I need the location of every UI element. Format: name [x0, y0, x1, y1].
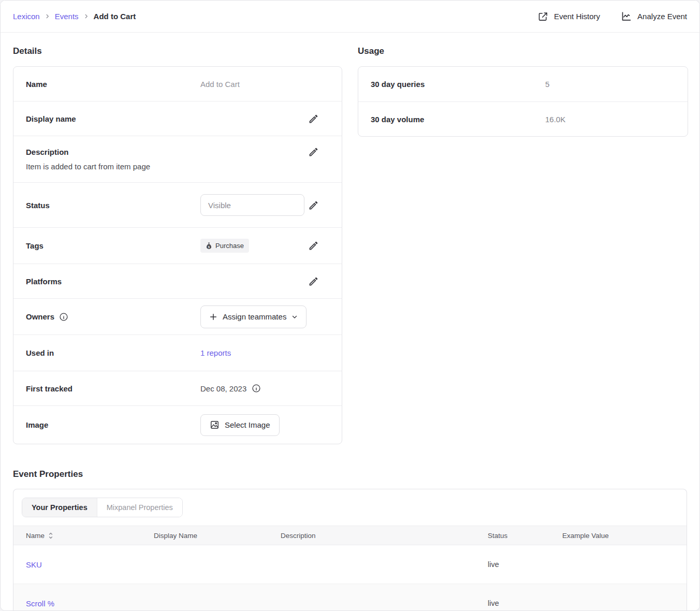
tab-mixpanel-properties[interactable]: Mixpanel Properties — [97, 498, 182, 517]
event-properties-section: Event Properties Your Properties Mixpane… — [13, 469, 687, 611]
header-display-name: Display Name — [154, 532, 281, 540]
assign-teammates-button[interactable]: Assign teammates — [200, 306, 307, 328]
event-properties-card: Your Properties Mixpanel Properties Name… — [13, 489, 687, 611]
header-status: Status — [488, 532, 562, 540]
detail-row-display-name: Display name — [13, 101, 342, 136]
properties-table-header: Name Display Name Description Status Exa… — [13, 526, 687, 545]
breadcrumb: Lexicon Events Add to Cart — [13, 12, 136, 21]
edit-icon[interactable] — [308, 147, 319, 157]
used-in-reports-link[interactable]: 1 reports — [200, 348, 231, 357]
detail-row-used-in: Used in 1 reports — [13, 334, 342, 371]
properties-tabs: Your Properties Mixpanel Properties — [22, 498, 183, 517]
detail-row-tags: Tags $ Purchase — [13, 227, 342, 264]
queries-value: 5 — [545, 80, 549, 89]
queries-label: 30 day queries — [371, 80, 545, 89]
chevron-right-icon — [45, 13, 50, 19]
name-label: Name — [26, 80, 200, 89]
money-bag-icon: $ — [206, 242, 212, 250]
usage-section: Usage 30 day queries 5 30 day volume 16.… — [358, 33, 688, 137]
tag-purchase[interactable]: $ Purchase — [200, 239, 249, 253]
owners-label: Owners — [26, 312, 54, 321]
image-icon — [210, 420, 220, 430]
header-description: Description — [281, 532, 488, 540]
usage-card: 30 day queries 5 30 day volume 16.0K — [358, 66, 688, 137]
description-label: Description — [26, 148, 200, 156]
details-section: Details Name Add to Cart Display name — [13, 33, 342, 444]
detail-row-image: Image Select Image — [13, 405, 342, 444]
scroll-status: live — [488, 599, 562, 607]
event-history-button[interactable]: Event History — [538, 11, 600, 22]
assign-teammates-label: Assign teammates — [223, 312, 286, 321]
sku-status: live — [488, 560, 562, 569]
detail-row-description: Description Item is added to cart from i… — [13, 136, 342, 182]
used-in-label: Used in — [26, 348, 200, 357]
detail-row-name: Name Add to Cart — [13, 67, 342, 101]
breadcrumb-current-event: Add to Cart — [94, 12, 136, 21]
sort-icon[interactable] — [48, 532, 53, 539]
first-tracked-label: First tracked — [26, 384, 200, 393]
tags-label: Tags — [26, 241, 200, 250]
top-actions: Event History Analyze Event — [538, 11, 687, 22]
edit-icon[interactable] — [308, 276, 319, 287]
edit-icon[interactable] — [308, 240, 319, 251]
usage-row-queries: 30 day queries 5 — [358, 67, 688, 101]
breadcrumb-events[interactable]: Events — [55, 12, 79, 21]
description-value: Item is added to cart from item page — [26, 162, 329, 171]
breadcrumb-lexicon[interactable]: Lexicon — [13, 12, 40, 21]
table-row-scroll-pct[interactable]: Scroll % live — [13, 584, 687, 611]
status-label: Status — [26, 201, 200, 210]
volume-value: 16.0K — [545, 115, 565, 124]
details-card: Name Add to Cart Display name Descriptio… — [13, 66, 342, 444]
display-name-label: Display name — [26, 114, 200, 123]
image-label: Image — [26, 420, 200, 429]
usage-row-volume: 30 day volume 16.0K — [358, 101, 688, 136]
detail-row-first-tracked: First tracked Dec 08, 2023 — [13, 371, 342, 405]
header-name-label: Name — [26, 532, 45, 540]
first-tracked-value: Dec 08, 2023 — [200, 384, 246, 393]
plus-icon — [209, 313, 217, 321]
usage-title: Usage — [358, 46, 688, 56]
tag-purchase-label: Purchase — [215, 242, 244, 250]
select-image-label: Select Image — [225, 420, 270, 429]
external-link-icon — [538, 11, 548, 22]
property-link-sku[interactable]: SKU — [26, 560, 42, 569]
status-select[interactable]: Visible — [200, 194, 304, 216]
line-chart-icon — [621, 11, 632, 22]
analyze-event-button[interactable]: Analyze Event — [621, 11, 687, 22]
info-icon[interactable] — [252, 384, 261, 393]
name-value: Add to Cart — [200, 80, 329, 89]
top-bar: Lexicon Events Add to Cart Event History — [1, 1, 699, 33]
property-link-scroll-pct[interactable]: Scroll % — [26, 599, 54, 608]
chevron-right-icon — [83, 13, 89, 19]
volume-label: 30 day volume — [371, 115, 545, 124]
edit-icon[interactable] — [308, 200, 319, 211]
analyze-event-label: Analyze Event — [637, 12, 687, 21]
info-icon[interactable] — [59, 312, 68, 322]
lexicon-event-detail-page: Lexicon Events Add to Cart Event History — [0, 0, 700, 611]
edit-icon[interactable] — [308, 113, 319, 124]
detail-row-status: Status Visible — [13, 182, 342, 227]
detail-row-platforms: Platforms — [13, 264, 342, 298]
event-history-label: Event History — [554, 12, 600, 21]
detail-row-owners: Owners Assign teammates — [13, 298, 342, 334]
platforms-label: Platforms — [26, 277, 200, 286]
details-title: Details — [13, 46, 342, 56]
select-image-button[interactable]: Select Image — [200, 414, 280, 436]
event-properties-title: Event Properties — [13, 469, 687, 479]
header-name[interactable]: Name — [13, 532, 154, 540]
table-row-sku[interactable]: SKU live — [13, 545, 687, 584]
header-example-value: Example Value — [562, 532, 687, 540]
chevron-down-icon — [291, 314, 298, 320]
tab-your-properties[interactable]: Your Properties — [22, 498, 97, 517]
